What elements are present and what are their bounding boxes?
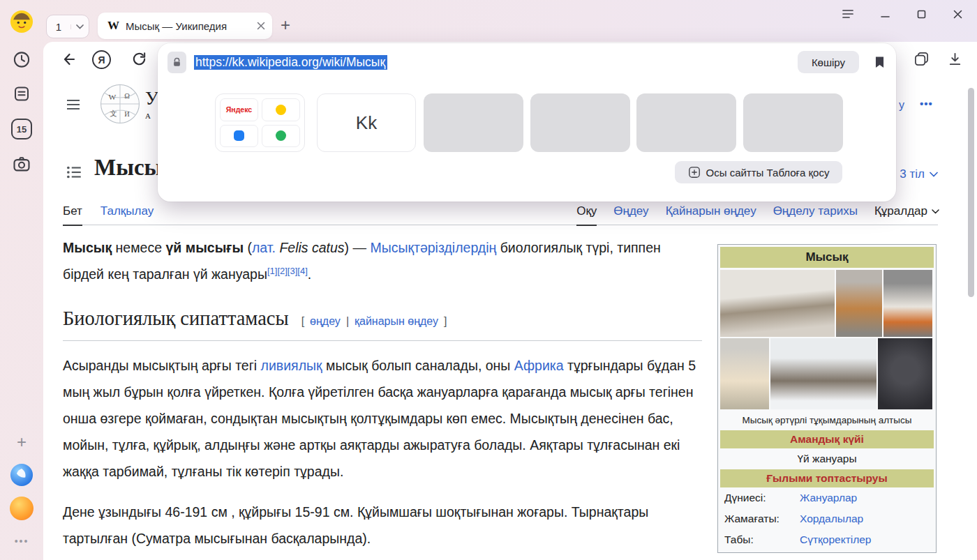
- article-intro: Мысық немесе үй мысығы (лат. Felis catus…: [63, 234, 702, 287]
- wikipedia-favicon: W: [107, 19, 119, 33]
- downloads-icon[interactable]: [947, 51, 963, 67]
- history-icon[interactable]: [13, 50, 31, 69]
- tab-history[interactable]: Өңделу тарихы: [773, 204, 858, 225]
- service-icon-blue[interactable]: [220, 125, 258, 148]
- bracket: ]: [444, 315, 447, 327]
- service-icon-green[interactable]: [262, 125, 300, 148]
- taxonomy-link[interactable]: Жануарлар: [800, 492, 857, 504]
- header-more-icon[interactable]: •••: [920, 98, 933, 109]
- add-to-tablo-button[interactable]: Осы сайтты Таблоға қосу: [675, 161, 842, 183]
- tab-article[interactable]: Бет: [63, 204, 82, 225]
- chevron-down-icon: [70, 24, 89, 29]
- tab-group-selector[interactable]: 1: [46, 15, 89, 38]
- cat-photo-orange-sitting[interactable]: [836, 270, 882, 337]
- yandex-search-icon[interactable]: Я: [92, 50, 111, 69]
- taxonomy-row: Табы: Сүтқоректілер: [720, 529, 934, 550]
- back-icon[interactable]: [60, 51, 77, 68]
- profile-avatar[interactable]: [10, 10, 33, 33]
- collections-icon[interactable]: [913, 51, 930, 67]
- tablo-tile-kk-wikipedia[interactable]: Kk: [317, 93, 416, 152]
- scrollbar-thumb[interactable]: [968, 88, 974, 297]
- cat-photo-siamese[interactable]: [720, 338, 769, 409]
- service-icon-yellow[interactable]: [262, 98, 300, 121]
- infobox-title: Мысық: [720, 247, 934, 268]
- screenshot-icon[interactable]: [12, 154, 31, 174]
- page-scrollbar[interactable]: [967, 82, 976, 559]
- contents-list-icon[interactable]: [65, 163, 83, 184]
- browser-tab-wikipedia[interactable]: W Мысық — Уикипедия: [98, 13, 272, 39]
- pipe: |: [346, 315, 349, 327]
- chevron-down-icon: [932, 209, 939, 214]
- tablo-tile-empty[interactable]: [424, 93, 523, 152]
- sidebar-add-icon[interactable]: +: [17, 432, 27, 452]
- tab-tools[interactable]: Құралдар: [874, 204, 939, 225]
- tab-close-icon[interactable]: [257, 22, 265, 30]
- account-link-partial[interactable]: у: [899, 99, 904, 112]
- wikipedia-tagline: А: [145, 112, 151, 120]
- yandex-browser-icon[interactable]: [10, 463, 33, 487]
- reading-list-icon[interactable]: [13, 84, 31, 103]
- minimize-icon[interactable]: [880, 9, 890, 20]
- article-body: Мысық немесе үй мысығы (лат. Felis catus…: [63, 234, 702, 560]
- tablo-tile-yandex-services[interactable]: Яндекс: [215, 93, 305, 152]
- maximize-icon[interactable]: [916, 9, 927, 20]
- link-africa[interactable]: Африка: [514, 358, 564, 373]
- reload-icon[interactable]: [131, 51, 147, 67]
- copy-url-button[interactable]: Көшіру: [798, 51, 859, 73]
- article-paragraph: Дене ұзындығы 46-191 см , құйрығы 15-91 …: [63, 499, 702, 552]
- tablo-tile-empty[interactable]: [636, 93, 736, 152]
- taxonomy-link[interactable]: Хордалылар: [800, 513, 863, 525]
- bookmark-flag-icon[interactable]: [873, 54, 886, 70]
- taxonomy-label: Дүниесі:: [724, 492, 800, 504]
- edit-source-link[interactable]: қайнарын өңдеу: [355, 315, 438, 327]
- infobox: Мысық Мысық әртүрлі тұқымдарының алтысы …: [717, 244, 937, 553]
- svg-text:文: 文: [110, 109, 117, 117]
- tablo-tiles: Яндекс Kk: [158, 93, 896, 153]
- wiki-menu-icon[interactable]: [65, 96, 82, 113]
- link-latin[interactable]: лат.: [252, 240, 276, 255]
- sidebar: 15 + •••: [0, 0, 43, 560]
- cat-photo-tabby-lying[interactable]: [720, 270, 835, 337]
- url-selected-text: https://kk.wikipedia.org/wiki/Мысық: [194, 55, 387, 70]
- cat-photo-gray[interactable]: [878, 338, 932, 409]
- taxonomy-row: Жамағаты: Хордалылар: [720, 508, 934, 529]
- wikipedia-globe-logo[interactable]: W Ω 文 И: [100, 84, 140, 127]
- tab-counter-badge[interactable]: 15: [11, 119, 32, 139]
- new-tab-button[interactable]: +: [281, 17, 290, 33]
- fox-icon[interactable]: [10, 497, 33, 520]
- edit-link[interactable]: өңдеу: [310, 315, 341, 327]
- section-heading: Биологиялық сипаттамасы: [63, 308, 289, 329]
- page-tabs-left: Бет Талқылау: [63, 204, 154, 225]
- tab-edit-source[interactable]: Қайнарын өңдеу: [666, 204, 756, 225]
- cat-photo-tabby-snow[interactable]: [770, 338, 877, 409]
- link-libyan-cat[interactable]: ливиялық: [261, 358, 322, 373]
- tab-read[interactable]: Оқу: [576, 204, 597, 225]
- yandex-service-tile[interactable]: Яндекс: [220, 98, 258, 121]
- tab-talk[interactable]: Талқылау: [100, 204, 154, 225]
- taxonomy-label: Жамағаты:: [724, 513, 800, 525]
- sidebar-more-icon[interactable]: •••: [15, 536, 29, 547]
- close-icon[interactable]: [953, 9, 963, 20]
- taxonomy-link[interactable]: Сүтқоректілер: [800, 533, 871, 546]
- browser-menu-icon[interactable]: [842, 8, 854, 20]
- lock-icon[interactable]: [167, 52, 186, 73]
- infobox-status-header: Амандық күйі: [720, 430, 934, 448]
- bracket: [: [301, 315, 304, 327]
- cat-photo-collage: [720, 270, 934, 409]
- page-tabs-right: Оқу Өңдеу Қайнарын өңдеу Өңделу тарихы Қ…: [576, 204, 939, 225]
- tab-edit[interactable]: Өңдеу: [613, 204, 648, 225]
- section-heading-row: Биологиялық сипаттамасы[өңдеу|қайнарын ө…: [63, 305, 702, 341]
- tablo-tile-empty[interactable]: [743, 93, 843, 152]
- svg-text:W: W: [108, 93, 116, 101]
- language-selector[interactable]: 3 тіл: [900, 167, 938, 181]
- cat-photo-white-orange[interactable]: [883, 270, 932, 337]
- infobox-taxonomy-header: Ғылыми топтастыруы: [720, 469, 934, 487]
- tab-title: Мысық — Уикипедия: [126, 20, 251, 32]
- taxonomy-label: Табы:: [724, 533, 800, 546]
- url-input[interactable]: https://kk.wikipedia.org/wiki/Мысық: [194, 55, 798, 70]
- reference-links[interactable]: [1][2][3][4]: [267, 266, 308, 276]
- link-felidae[interactable]: Мысықтәрізділердің: [370, 240, 496, 255]
- tablo-tile-empty[interactable]: [530, 93, 630, 152]
- tab-bar: 1 W Мысық — Уикипедия +: [43, 0, 977, 42]
- url-row: https://kk.wikipedia.org/wiki/Мысық Көші…: [167, 50, 886, 74]
